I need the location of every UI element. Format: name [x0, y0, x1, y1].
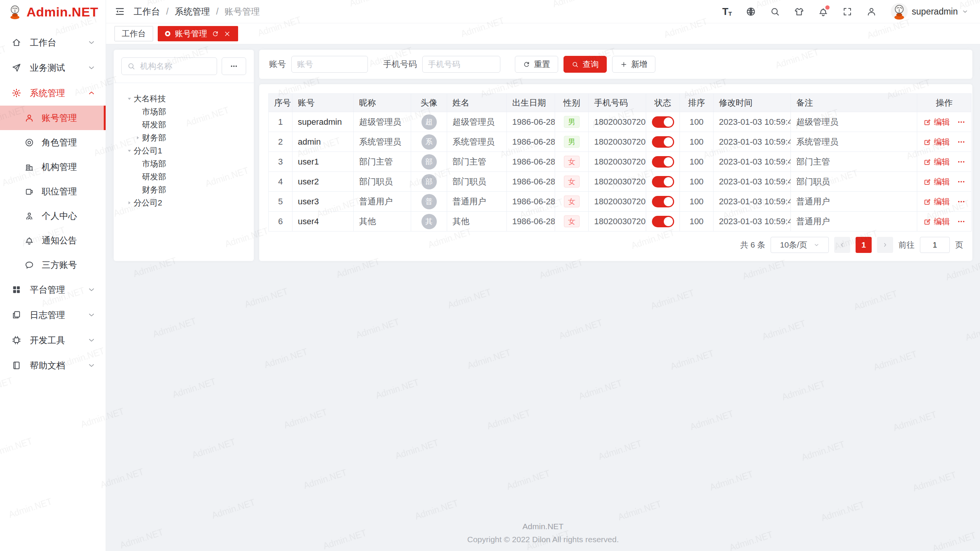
tree-node-分公司1[interactable]: 分公司1 [121, 144, 246, 157]
table-row: 3user1部门主管部部门主管1986-06-28女18020030720100… [269, 152, 972, 172]
page-number-button[interactable]: 1 [856, 237, 872, 253]
tree-node-财务部[interactable]: 财务部 [121, 131, 246, 144]
row-more-icon[interactable] [957, 197, 965, 206]
prev-page-button[interactable] [834, 237, 850, 253]
sidebar-item-个人中心[interactable]: 个人中心 [0, 204, 106, 228]
theme-icon[interactable] [794, 7, 804, 17]
font-size-icon[interactable]: TT [722, 7, 732, 16]
add-button[interactable]: 新增 [612, 56, 655, 73]
row-more-icon[interactable] [957, 118, 965, 126]
footer-app-name: Admin.NET [106, 520, 980, 533]
accounts-table: 序号账号昵称头像姓名出生日期性别手机号码状态排序修改时间备注操作1superad… [268, 93, 972, 231]
status-toggle[interactable] [652, 216, 674, 227]
tree-node-分公司2[interactable]: 分公司2 [121, 196, 246, 209]
topbar: 工作台/系统管理/账号管理 TT superadm [106, 0, 980, 23]
table-row: 6user4其他其其他1986-06-28女180200307201002023… [269, 212, 972, 231]
breadcrumb-item[interactable]: 工作台 [134, 6, 160, 18]
reset-button[interactable]: 重置 [515, 56, 558, 73]
user-menu[interactable]: superadmin [890, 3, 969, 20]
edit-icon[interactable] [923, 118, 931, 126]
tab-账号管理[interactable]: 账号管理 [158, 26, 238, 41]
cell-name: 部门职员 [447, 172, 507, 192]
tree-node-研发部[interactable]: 研发部 [121, 170, 246, 183]
sidebar-item-系统管理[interactable]: 系统管理 [0, 80, 106, 106]
cell-order: 100 [680, 152, 714, 172]
org-tree-panel: 大名科技市场部研发部财务部分公司1市场部研发部财务部分公司2 [114, 50, 254, 261]
tree-node-研发部[interactable]: 研发部 [121, 118, 246, 131]
next-page-button[interactable] [877, 237, 893, 253]
sidebar-item-帮助文档[interactable]: 帮助文档 [0, 353, 106, 378]
page-size-select[interactable]: 10条/页 [771, 237, 829, 253]
language-icon[interactable] [746, 7, 756, 17]
edit-button[interactable]: 编辑 [934, 137, 950, 147]
row-more-icon[interactable] [957, 178, 965, 186]
sidebar-item-机构管理[interactable]: 机构管理 [0, 155, 106, 179]
sidebar-item-label: 工作台 [30, 37, 56, 49]
edit-button[interactable]: 编辑 [934, 216, 950, 227]
user-outline-icon[interactable] [866, 7, 877, 17]
cell-nickname: 其他 [354, 212, 411, 231]
notification-bell-icon[interactable] [818, 7, 828, 17]
status-toggle[interactable] [652, 176, 674, 187]
org-search-input[interactable] [139, 61, 211, 71]
row-more-icon[interactable] [957, 217, 965, 226]
sidebar-item-label: 业务测试 [30, 62, 65, 74]
app-logo: Admin.NET [0, 0, 106, 24]
sidebar-item-平台管理[interactable]: 平台管理 [0, 277, 106, 302]
cell-time: 2023-01-03 10:59:44 [714, 212, 791, 231]
row-more-icon[interactable] [957, 138, 965, 146]
row-more-icon[interactable] [957, 158, 965, 166]
status-toggle[interactable] [652, 136, 674, 148]
tree-more-button[interactable] [222, 57, 246, 75]
query-button[interactable]: 查询 [564, 56, 607, 73]
edit-icon[interactable] [923, 198, 931, 205]
caret-down-icon[interactable] [125, 95, 134, 103]
sidebar-item-工作台[interactable]: 工作台 [0, 30, 106, 55]
sidebar-item-角色管理[interactable]: 角色管理 [0, 130, 106, 155]
tree-node-市场部[interactable]: 市场部 [121, 105, 246, 118]
edit-icon[interactable] [923, 178, 931, 186]
sidebar-item-日志管理[interactable]: 日志管理 [0, 302, 106, 328]
status-toggle[interactable] [652, 156, 674, 168]
menu-fold-icon[interactable] [114, 6, 125, 17]
column-header-nickname: 昵称 [354, 94, 411, 112]
phone-input[interactable] [422, 56, 500, 73]
gender-tag: 女 [564, 176, 580, 187]
edit-icon[interactable] [923, 138, 931, 146]
status-toggle[interactable] [652, 116, 674, 128]
cell-index: 4 [269, 172, 292, 192]
edit-button[interactable]: 编辑 [934, 176, 950, 187]
edit-icon[interactable] [923, 218, 931, 225]
tree-node-市场部[interactable]: 市场部 [121, 157, 246, 170]
phone-label: 手机号码 [383, 59, 417, 70]
cell-index: 2 [269, 132, 292, 152]
goto-page-input[interactable] [920, 237, 950, 253]
tab-工作台[interactable]: 工作台 [114, 26, 153, 41]
sidebar-item-三方账号[interactable]: 三方账号 [0, 253, 106, 277]
tree-node-label: 市场部 [142, 158, 166, 169]
status-toggle[interactable] [652, 196, 674, 207]
tree-node-财务部[interactable]: 财务部 [121, 183, 246, 196]
breadcrumb-item[interactable]: 系统管理 [175, 6, 210, 18]
caret-down-icon[interactable] [125, 147, 134, 155]
close-icon[interactable] [224, 30, 231, 37]
sidebar-item-职位管理[interactable]: 职位管理 [0, 179, 106, 204]
edit-button[interactable]: 编辑 [934, 156, 950, 167]
edit-button[interactable]: 编辑 [934, 196, 950, 207]
cell-phone: 18020030720 [589, 132, 646, 152]
tree-node-大名科技[interactable]: 大名科技 [121, 92, 246, 105]
sidebar-item-账号管理[interactable]: 账号管理 [0, 106, 106, 130]
cell-nickname: 部门主管 [354, 152, 411, 172]
fullscreen-icon[interactable] [842, 7, 853, 17]
sidebar-item-通知公告[interactable]: 通知公告 [0, 228, 106, 253]
cell-time: 2023-01-03 10:59:44 [714, 112, 791, 132]
edit-button[interactable]: 编辑 [934, 117, 950, 127]
account-input[interactable] [291, 56, 368, 73]
search-icon[interactable] [770, 7, 780, 17]
caret-right-icon[interactable] [125, 199, 134, 207]
refresh-icon[interactable] [212, 30, 219, 37]
sidebar-item-开发工具[interactable]: 开发工具 [0, 328, 106, 353]
edit-icon[interactable] [923, 158, 931, 166]
sidebar-item-业务测试[interactable]: 业务测试 [0, 55, 106, 80]
caret-right-icon[interactable] [134, 134, 142, 142]
